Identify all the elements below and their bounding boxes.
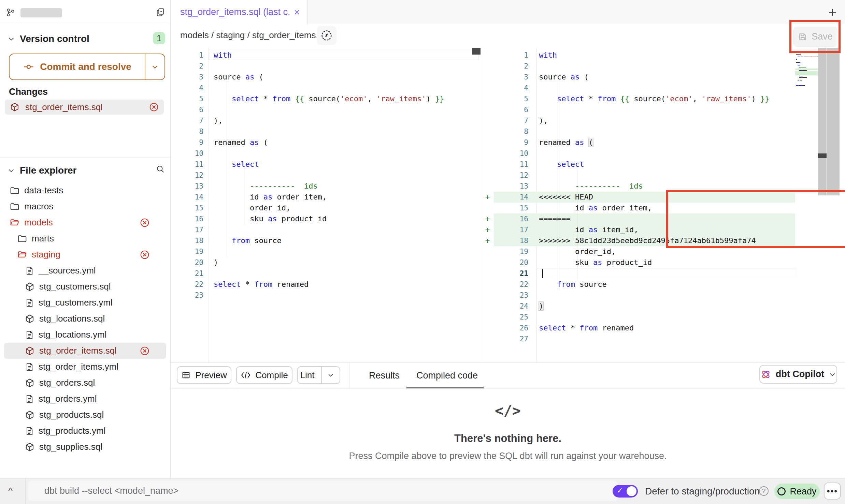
code-line-27[interactable]: 27: [483, 333, 845, 344]
code-line-17[interactable]: +17 id as item_id,: [483, 224, 845, 235]
editor-pane-last-commit[interactable]: 1with23source as (45 select * from {{ so…: [171, 48, 483, 362]
file-tree-item-stg-supplies-sql[interactable]: stg_supplies.sql: [4, 439, 166, 455]
minimap[interactable]: [796, 51, 817, 88]
code-line-17[interactable]: 17: [171, 224, 483, 235]
code-line-12[interactable]: 12: [483, 170, 845, 181]
code-line-22[interactable]: 22 from source: [483, 279, 845, 290]
file-tree-item-stg-order-items-sql[interactable]: stg_order_items.sql: [4, 343, 166, 359]
code-line-11[interactable]: 11 select: [483, 159, 845, 170]
file-tree-item-staging[interactable]: staging: [4, 247, 166, 263]
file-tree-item-macros[interactable]: macros: [4, 198, 166, 214]
code-line-8[interactable]: 8: [483, 126, 845, 137]
more-options-button[interactable]: •••: [824, 483, 841, 500]
code-line-21[interactable]: 21: [171, 268, 483, 279]
file-tree-item-stg-orders-yml[interactable]: stg_orders.yml: [4, 391, 166, 407]
file-tree-item-stg-orders-sql[interactable]: stg_orders.sql: [4, 375, 166, 391]
tab-stg-order-items[interactable]: stg_order_items.sql (last c...: [171, 0, 307, 24]
code-line-9[interactable]: 9renamed as (: [483, 137, 845, 148]
code-line-13[interactable]: 13 ---------- ids: [483, 181, 845, 192]
discard-change-icon[interactable]: [140, 346, 150, 356]
code-line-14[interactable]: 14 id as order_item,: [171, 192, 483, 203]
copy-icon[interactable]: [156, 8, 165, 17]
editor-scrollbar-thumb[interactable]: [818, 153, 827, 158]
code-line-6[interactable]: 6: [171, 104, 483, 115]
code-line-3[interactable]: 3source as (: [171, 72, 483, 83]
code-line-19[interactable]: 19 order_id,: [483, 246, 845, 257]
editor-pane-working-copy[interactable]: 1with23source as (45 select * from {{ so…: [483, 48, 845, 362]
file-tree-item-stg-products-sql[interactable]: stg_products.sql: [4, 407, 166, 423]
code-line-16[interactable]: 16 sku as product_id: [171, 213, 483, 224]
git-branch-icon[interactable]: [6, 8, 15, 18]
discard-change-icon[interactable]: [140, 250, 150, 260]
code-line-22[interactable]: 22select * from renamed: [171, 279, 483, 290]
code-line-10[interactable]: 10: [171, 148, 483, 159]
code-line-21[interactable]: 21: [483, 268, 845, 279]
code-line-4[interactable]: 4: [483, 83, 845, 93]
code-line-4[interactable]: 4: [171, 83, 483, 93]
code-line-20[interactable]: 20 sku as product_id: [483, 257, 845, 268]
file-tree-item-marts[interactable]: marts: [4, 231, 166, 247]
preview-button[interactable]: Preview: [177, 366, 231, 384]
code-line-19[interactable]: 19: [171, 246, 483, 257]
commit-and-resolve-button[interactable]: Commit and resolve: [9, 54, 165, 80]
code-line-7[interactable]: 7),: [483, 115, 845, 126]
ready-status-badge[interactable]: Ready: [774, 484, 820, 499]
discard-change-icon[interactable]: [140, 218, 150, 228]
code-line-24[interactable]: 24): [483, 301, 845, 312]
chevron-up-icon[interactable]: ^: [8, 486, 13, 496]
code-line-16[interactable]: +16=======: [483, 213, 845, 224]
code-line-23[interactable]: 23: [171, 290, 483, 301]
code-line-23[interactable]: 23: [483, 290, 845, 301]
file-tree-item-stg-products-yml[interactable]: stg_products.yml: [4, 423, 166, 439]
code-line-26[interactable]: 26select * from renamed: [483, 323, 845, 333]
file-tree-item-stg-locations-yml[interactable]: stg_locations.yml: [4, 327, 166, 343]
code-line-10[interactable]: 10: [483, 148, 845, 159]
code-line-25[interactable]: 25: [483, 312, 845, 323]
compile-button[interactable]: Compile: [236, 366, 292, 384]
new-tab-icon[interactable]: [827, 7, 837, 17]
changed-file-item[interactable]: stg_order_items.sql: [5, 100, 164, 115]
defer-toggle[interactable]: ✓: [613, 485, 638, 498]
file-tree-item-models[interactable]: models: [4, 214, 166, 231]
lint-options-dropdown[interactable]: [321, 367, 340, 383]
file-tree-item-stg-locations-sql[interactable]: stg_locations.sql: [4, 311, 166, 327]
window-scrollbar-track[interactable]: [827, 48, 840, 195]
help-icon[interactable]: ?: [759, 486, 769, 496]
code-line-1[interactable]: 1with: [171, 50, 483, 61]
file-explorer-section-header[interactable]: File explorer: [8, 164, 151, 177]
code-line-5[interactable]: 5 select * from {{ source('ecom', 'raw_i…: [171, 93, 483, 104]
command-input[interactable]: [28, 480, 618, 501]
code-line-13[interactable]: 13 ---------- ids: [171, 181, 483, 192]
discard-change-icon[interactable]: [149, 102, 159, 112]
search-icon[interactable]: [156, 164, 165, 174]
code-line-12[interactable]: 12: [171, 170, 483, 181]
code-line-9[interactable]: 9renamed as (: [171, 137, 483, 148]
lint-button[interactable]: Lint: [297, 366, 340, 384]
version-control-section-header[interactable]: Version control: [8, 32, 164, 46]
code-line-2[interactable]: 2: [171, 61, 483, 72]
code-line-15[interactable]: 15 id as order_item,: [483, 203, 845, 213]
left-pane-scrollbar-thumb[interactable]: [472, 48, 481, 55]
code-line-15[interactable]: 15 order_id,: [171, 203, 483, 213]
lineage-button[interactable]: [317, 26, 336, 45]
code-line-18[interactable]: +18>>>>>>> 58c1dd23d5eebd9cd2495fa7124ab…: [483, 235, 845, 246]
file-tree-item--sources-yml[interactable]: __sources.yml: [4, 263, 166, 279]
file-tree-item-stg-order-items-yml[interactable]: stg_order_items.yml: [4, 359, 166, 375]
code-line-20[interactable]: 20): [171, 257, 483, 268]
file-tree-item-stg-customers-yml[interactable]: stg_customers.yml: [4, 295, 166, 311]
code-line-14[interactable]: +14<<<<<<< HEAD: [483, 192, 845, 203]
code-line-7[interactable]: 7),: [171, 115, 483, 126]
tab-compiled-code[interactable]: Compiled code: [416, 363, 478, 388]
code-line-5[interactable]: 5 select * from {{ source('ecom', 'raw_i…: [483, 93, 845, 104]
code-line-3[interactable]: 3source as (: [483, 72, 845, 83]
file-tree-item-data-tests[interactable]: data-tests: [4, 182, 166, 198]
code-line-18[interactable]: 18 from source: [171, 235, 483, 246]
file-tree-item-stg-customers-sql[interactable]: stg_customers.sql: [4, 279, 166, 295]
editor-scrollbar-track[interactable]: [818, 48, 827, 195]
dbt-copilot-button[interactable]: dbt Copilot: [759, 365, 837, 384]
code-line-2[interactable]: 2: [483, 61, 845, 72]
close-icon[interactable]: [293, 8, 301, 16]
commit-options-dropdown[interactable]: [145, 54, 164, 79]
code-line-1[interactable]: 1with: [483, 50, 845, 61]
save-button[interactable]: Save: [793, 27, 837, 47]
